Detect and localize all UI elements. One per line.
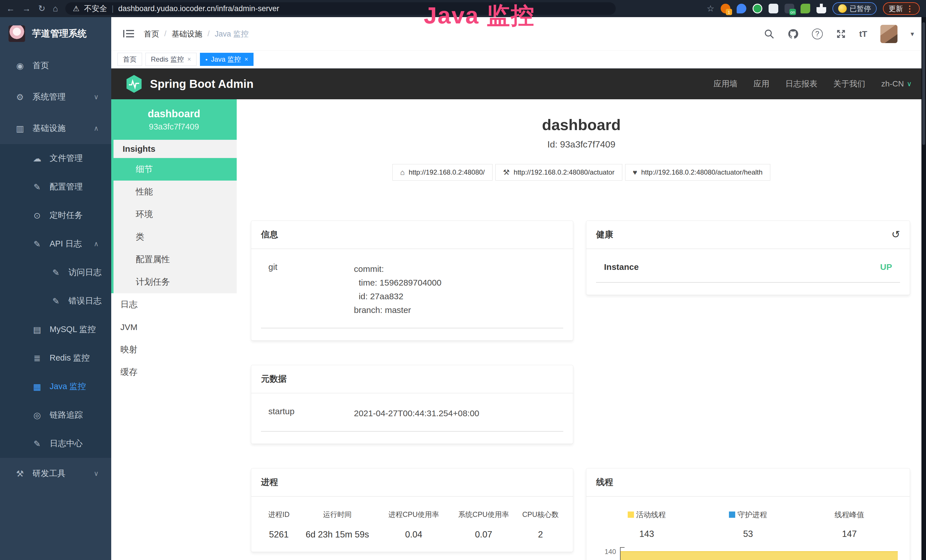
close-icon[interactable]: × — [244, 56, 248, 63]
threads-chart-plot — [620, 547, 900, 560]
health-url-button[interactable]: ♥ http://192.168.0.2:48080/actuator/heal… — [625, 164, 770, 180]
browser-menu-icon[interactable]: ⋮ — [906, 4, 914, 14]
avatar-caret-down-icon[interactable]: ▾ — [911, 30, 914, 38]
breadcrumb: 首页 / 基础设施 / Java 监控 — [144, 29, 249, 39]
browser-back-icon[interactable]: ← — [6, 4, 15, 13]
menu-item-scheduled-tasks[interactable]: 计划任务 — [113, 271, 237, 293]
insights-group: Insights 细节 性能 环境 类 配置属性 计划任务 — [111, 140, 237, 293]
instance-url-row: ⌂ http://192.168.0.2:48080/ ⚒ http://192… — [237, 164, 926, 180]
menu-item-classes[interactable]: 类 — [113, 226, 237, 248]
process-col-system-cpu: 系统CPU使用率 — [449, 510, 517, 519]
tab-redis-monitor[interactable]: Redis 监控 × — [145, 53, 197, 66]
sidebar-item-home[interactable]: ◉ 首页 — [0, 50, 111, 81]
sidebar-item-file-management[interactable]: ☁ 文件管理 — [0, 144, 111, 173]
font-size-icon[interactable]: tT — [859, 29, 867, 39]
sidebar-item-dev-tools[interactable]: ⚒ 研发工具 ∨ — [0, 458, 111, 489]
chevron-down-icon: ∨ — [94, 93, 99, 101]
extension-icon-leaf[interactable] — [800, 4, 810, 14]
sidebar-item-tracing[interactable]: ◎ 链路追踪 — [0, 401, 111, 429]
page-tab-bar: 首页 Redis 监控 × ● Java 监控 × — [111, 51, 926, 68]
cloud-icon: ☁ — [32, 153, 42, 163]
bookmark-star-icon[interactable]: ☆ — [707, 4, 714, 13]
sidebar-item-config-management[interactable]: ✎ 配置管理 — [0, 173, 111, 201]
breadcrumb-home[interactable]: 首页 — [144, 29, 159, 39]
breadcrumb-infrastructure[interactable]: 基础设施 — [172, 29, 203, 39]
tab-java-monitor[interactable]: ● Java 监控 × — [200, 53, 254, 66]
threads-card: 线程 活动线程 守护进程 线程峰值 — [586, 468, 910, 560]
history-icon[interactable]: ↺ — [891, 230, 900, 239]
menu-item-environment[interactable]: 环境 — [113, 203, 237, 226]
sba-nav-journal[interactable]: 日志报表 — [785, 79, 817, 89]
service-url-button[interactable]: ⌂ http://192.168.0.2:48080/ — [392, 164, 493, 180]
process-col-pid: 进程ID — [261, 510, 297, 519]
metadata-card-title: 元数据 — [251, 365, 573, 394]
chevron-up-icon: ∧ — [94, 240, 99, 248]
search-icon[interactable] — [764, 29, 774, 39]
sidebar-item-scheduled-tasks[interactable]: ⊙ 定时任务 — [0, 201, 111, 230]
sidebar-item-access-logs[interactable]: ✎ 访问日志 — [0, 258, 111, 287]
browser-reload-icon[interactable]: ↻ — [38, 4, 45, 13]
spring-boot-admin-logo — [126, 74, 142, 93]
instance-header: dashboard 93a3fc7f7409 — [111, 99, 237, 140]
edit-icon: ✎ — [32, 182, 42, 192]
extension-icon-orange[interactable]: 1 — [721, 4, 730, 14]
threads-card-title: 线程 — [586, 468, 910, 496]
log-icon: ✎ — [51, 296, 61, 306]
live-threads-area — [620, 551, 898, 560]
sidebar-item-error-logs[interactable]: ✎ 错误日志 — [0, 287, 111, 315]
sba-brand-title[interactable]: Spring Boot Admin — [150, 77, 254, 91]
close-icon[interactable]: × — [188, 56, 191, 63]
sidebar-item-log-center[interactable]: ✎ 日志中心 — [0, 429, 111, 458]
extensions-puzzle-icon[interactable] — [817, 4, 826, 14]
address-url: dashboard.yudao.iocoder.cn/infra/admin-s… — [118, 4, 279, 13]
tools-icon: ⚒ — [15, 469, 25, 479]
legend-live-threads: 活动线程 — [596, 510, 697, 520]
process-uptime-value: 6d 23h 15m 59s — [297, 530, 378, 540]
sidebar-item-mysql-monitor[interactable]: ▤ MySQL 监控 — [0, 315, 111, 344]
menu-item-metrics[interactable]: 性能 — [113, 180, 237, 203]
actuator-url-button[interactable]: ⚒ http://192.168.0.2:48080/actuator — [495, 164, 622, 180]
menu-item-config-props[interactable]: 配置属性 — [113, 248, 237, 271]
eye-icon: ◎ — [32, 410, 42, 420]
breadcrumb-current: Java 监控 — [215, 29, 249, 39]
extension-icon-grid[interactable] — [769, 4, 778, 14]
page-scrollbar[interactable] — [921, 17, 926, 560]
sba-nav-wallboard[interactable]: 应用墙 — [714, 79, 737, 89]
sba-nav: 应用墙 应用 日志报表 关于我们 zh-CN ∨ — [714, 79, 912, 89]
threads-chart-y-axis: 140 120 100 — [596, 547, 620, 560]
sba-nav-applications[interactable]: 应用 — [754, 79, 769, 89]
sba-instance-sidebar: dashboard 93a3fc7f7409 Insights 细节 性能 环境… — [111, 99, 237, 560]
layers-icon: ≣ — [32, 353, 42, 363]
metadata-value: 2021-04-27T00:44:31.254+08:00 — [354, 407, 480, 420]
metadata-startup-row: startup 2021-04-27T00:44:31.254+08:00 — [261, 407, 563, 431]
sidebar-item-api-logs[interactable]: ✎ API 日志 ∧ — [0, 230, 111, 258]
fullscreen-icon[interactable] — [836, 29, 846, 39]
menu-item-jvm[interactable]: JVM — [111, 316, 237, 338]
hamburger-icon[interactable] — [123, 29, 134, 38]
menu-item-logging[interactable]: 日志 — [111, 293, 237, 316]
tab-home[interactable]: 首页 — [118, 53, 142, 66]
menu-item-caches[interactable]: 缓存 — [111, 361, 237, 383]
extension-icon-green-y[interactable] — [753, 4, 762, 14]
menu-item-mappings[interactable]: 映射 — [111, 338, 237, 361]
github-icon[interactable] — [787, 28, 799, 40]
health-instance-row[interactable]: Instance UP — [596, 262, 900, 283]
sba-locale-select[interactable]: zh-CN ∨ — [881, 79, 912, 88]
user-avatar[interactable] — [881, 25, 897, 43]
help-icon[interactable]: ? — [812, 29, 823, 39]
update-browser-button[interactable]: 更新 ⋮ — [883, 2, 920, 15]
scrollbar-thumb[interactable] — [922, 22, 925, 145]
profile-paused-chip[interactable]: 已暂停 — [832, 2, 877, 15]
browser-home-icon[interactable]: ⌂ — [53, 4, 58, 13]
sidebar-item-system-management[interactable]: ⚙ 系统管理 ∨ — [0, 81, 111, 113]
extension-icon-pin[interactable] — [737, 4, 746, 14]
sidebar-item-infrastructure[interactable]: ▥ 基础设施 ∧ — [0, 113, 111, 144]
sidebar-item-java-monitor[interactable]: ▦ Java 监控 — [0, 372, 111, 401]
sidebar-item-redis-monitor[interactable]: ≣ Redis 监控 — [0, 344, 111, 372]
browser-toolbar-right: ☆ 1 on 已暂停 更新 ⋮ — [707, 2, 920, 15]
sba-nav-about[interactable]: 关于我们 — [833, 79, 865, 89]
extension-icon-switch[interactable]: on — [785, 4, 794, 14]
menu-item-details[interactable]: 细节 — [113, 158, 237, 180]
app-title: 芋道管理系统 — [32, 27, 87, 40]
browser-forward-icon[interactable]: → — [22, 4, 31, 13]
